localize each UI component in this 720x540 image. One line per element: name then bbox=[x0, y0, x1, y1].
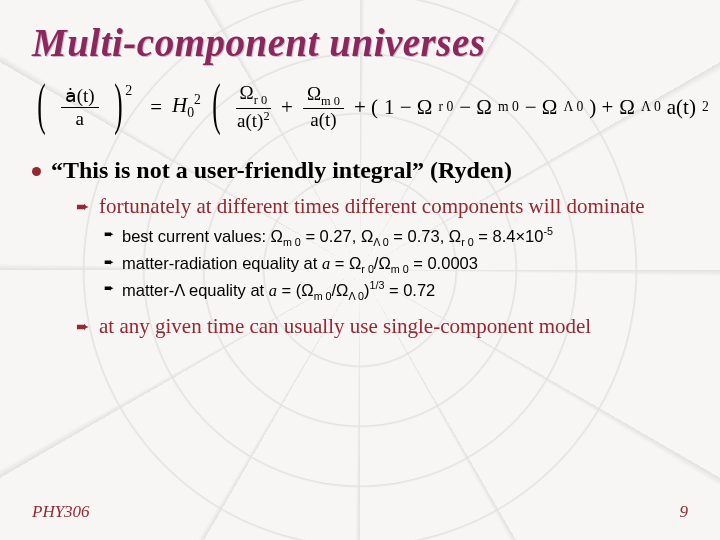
friedmann-equation: ( ȧ(t) a )2 = H02 ( Ωr 0 a(t)2 + Ωm 0 a… bbox=[32, 83, 688, 131]
page-number: 9 bbox=[680, 502, 689, 522]
bullet-dot-icon bbox=[32, 167, 41, 176]
bullet-level1: “This is not a user-friendly integral” (… bbox=[32, 157, 688, 184]
arrow-right-icon: ➨ bbox=[104, 281, 114, 296]
slide-title: Multi-component universes bbox=[32, 20, 688, 65]
arrow-right-icon: ➨ bbox=[76, 317, 89, 336]
subsub-point-1: best current values: Ωm 0 = 0.27, ΩΛ 0 =… bbox=[122, 224, 553, 249]
arrow-right-icon: ➨ bbox=[104, 255, 114, 270]
main-point-text: “This is not a user-friendly integral” (… bbox=[51, 157, 512, 184]
arrow-right-icon: ➨ bbox=[104, 227, 114, 242]
arrow-right-icon: ➨ bbox=[76, 197, 89, 216]
subsub-point-3: matter-Λ equality at a = (Ωm 0/ΩΛ 0)1/3 … bbox=[122, 278, 435, 303]
bullet-level2: ➨ at any given time can usually use sing… bbox=[76, 312, 688, 340]
bullet-level3: ➨ matter-Λ equality at a = (Ωm 0/ΩΛ 0)1/… bbox=[104, 278, 688, 303]
bullet-level2: ➨ fortunately at different times differe… bbox=[76, 192, 688, 220]
bullet-level3: ➨ matter-radiation equality at a = Ωr 0/… bbox=[104, 252, 688, 277]
bullet-level3: ➨ best current values: Ωm 0 = 0.27, ΩΛ 0… bbox=[104, 224, 688, 249]
subsub-point-2: matter-radiation equality at a = Ωr 0/Ωm… bbox=[122, 252, 478, 277]
sub-point-2: at any given time can usually use single… bbox=[99, 312, 591, 340]
course-code: PHY306 bbox=[32, 502, 90, 522]
sub-point-1: fortunately at different times different… bbox=[99, 192, 645, 220]
